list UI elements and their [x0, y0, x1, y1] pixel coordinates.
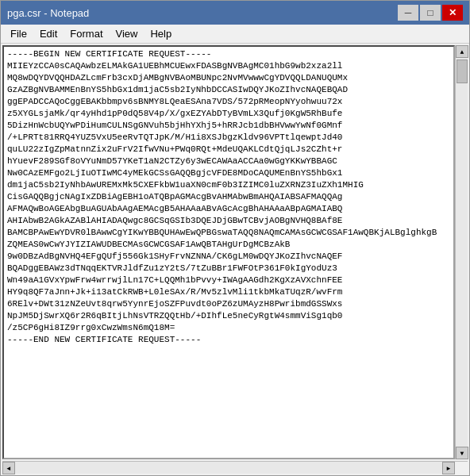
- maximize-button[interactable]: □: [420, 5, 441, 21]
- editor-content: -----BEGIN NEW CERTIFICATE REQUEST----- …: [7, 48, 450, 346]
- scroll-track-vertical[interactable]: [456, 58, 468, 447]
- scroll-thumb-vertical[interactable]: [457, 60, 468, 83]
- scroll-left-button[interactable]: ◄: [2, 462, 15, 474]
- menu-file[interactable]: File: [4, 26, 33, 41]
- editor-area: -----BEGIN NEW CERTIFICATE REQUEST----- …: [1, 44, 469, 475]
- horizontal-scrollbar[interactable]: ◄ ►: [2, 461, 468, 474]
- minimize-button[interactable]: ─: [398, 5, 418, 21]
- menu-edit[interactable]: Edit: [33, 26, 64, 41]
- menu-bar: File Edit Format View Help: [1, 25, 469, 44]
- editor-scroll-area[interactable]: -----BEGIN NEW CERTIFICATE REQUEST----- …: [2, 45, 455, 459]
- vertical-scrollbar[interactable]: ▲ ▼: [455, 45, 468, 459]
- menu-help[interactable]: Help: [144, 26, 178, 41]
- window-controls: ─ □ ✕: [398, 5, 463, 21]
- close-button[interactable]: ✕: [442, 5, 463, 21]
- scroll-down-button[interactable]: ▼: [456, 447, 468, 459]
- title-bar: pga.csr - Notepad ─ □ ✕: [1, 1, 469, 25]
- menu-format[interactable]: Format: [64, 26, 109, 41]
- main-window: pga.csr - Notepad ─ □ ✕ File Edit Format…: [0, 0, 470, 476]
- scroll-up-button[interactable]: ▲: [456, 45, 468, 58]
- scroll-right-button[interactable]: ►: [442, 462, 455, 474]
- scroll-track-horizontal[interactable]: [15, 462, 442, 474]
- menu-view[interactable]: View: [110, 26, 144, 41]
- window-title: pga.csr - Notepad: [7, 7, 89, 19]
